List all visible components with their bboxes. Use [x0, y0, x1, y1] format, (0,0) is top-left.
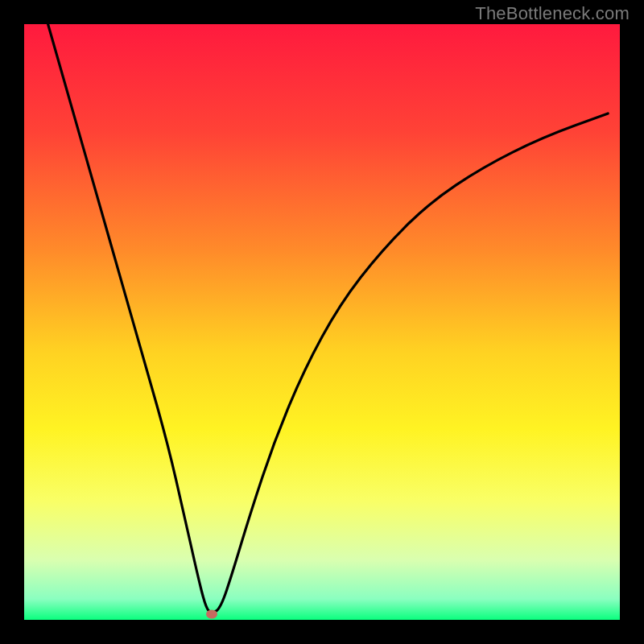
plot-area — [24, 24, 620, 620]
bottleneck-curve — [24, 24, 620, 620]
watermark-text: TheBottleneck.com — [475, 3, 630, 24]
minimum-marker — [206, 609, 217, 618]
chart-outer-frame: TheBottleneck.com — [0, 0, 644, 644]
